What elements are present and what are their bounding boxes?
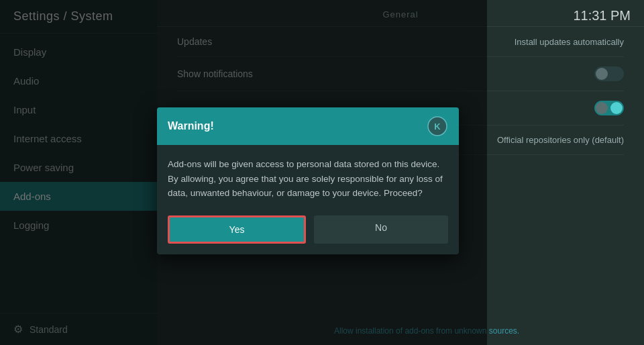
dialog-title: Warning! (168, 120, 214, 132)
clock: 11:31 PM (573, 8, 631, 23)
dialog-buttons: Yes No (157, 210, 459, 254)
kodi-logo-icon: K (427, 115, 448, 137)
svg-text:K: K (434, 121, 441, 132)
dialog-body: Add-ons will be given access to personal… (157, 145, 459, 210)
dialog-header: Warning! K (157, 107, 459, 145)
warning-dialog: Warning! K Add-ons will be given access … (157, 107, 459, 254)
updates-value: Install updates automatically (515, 37, 624, 47)
show-notifications-toggle[interactable] (594, 66, 624, 81)
no-button[interactable]: No (314, 215, 448, 244)
unknown-toggle[interactable] (594, 101, 624, 115)
yes-button[interactable]: Yes (168, 215, 306, 244)
repos-value: Official repositories only (default) (497, 135, 624, 145)
